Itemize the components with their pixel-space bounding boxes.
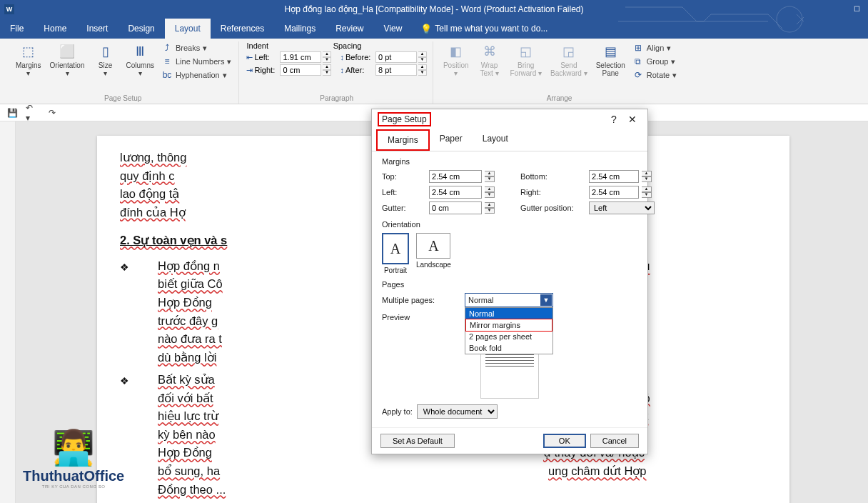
indent-right-spinner[interactable]: ▲▼	[323, 64, 331, 76]
watermark-logo: 👨‍💻 ThuthuatOffice TRI KY CUA DAN CONG S…	[23, 427, 124, 489]
gutter-spinner[interactable]: ▲▼	[485, 202, 498, 214]
spacing-before-spinner[interactable]: ▲▼	[418, 51, 427, 63]
size-icon: ▯	[96, 43, 116, 60]
tab-insert[interactable]: Insert	[76, 19, 118, 39]
multiple-pages-combo[interactable]: Normal▼ Normal Mirror margins 2 pages pe…	[465, 293, 553, 307]
align-button[interactable]: ⊞Align ▾	[631, 41, 678, 54]
send-backward-button[interactable]: ◲SendBackward ▾	[547, 41, 590, 79]
option-mirror-margins[interactable]: Mirror margins	[465, 319, 552, 332]
ribbon-tabs: File Home Insert Design Layout Reference…	[0, 19, 868, 39]
top-spinner[interactable]: ▲▼	[485, 171, 498, 182]
dialog-titlebar[interactable]: Page Setup ? ✕	[372, 109, 647, 129]
indent-left-icon: ⇤	[246, 53, 253, 62]
arrange-label: Arrange	[440, 94, 678, 102]
columns-icon: Ⅲ	[130, 43, 150, 60]
option-book-fold[interactable]: Book fold	[465, 342, 552, 354]
line-numbers-button[interactable]: ≡Line Numbers ▾	[160, 55, 233, 68]
portrait-icon: A	[382, 233, 409, 264]
spacing-before-input[interactable]	[375, 51, 417, 63]
size-button[interactable]: ▯Size▾	[91, 41, 121, 79]
spacing-after-spinner[interactable]: ▲▼	[418, 64, 427, 76]
left-input[interactable]	[429, 186, 482, 199]
breaks-button[interactable]: ⤴Breaks ▾	[160, 41, 233, 54]
indent-right-icon: ⇥	[246, 66, 253, 75]
orientation-section-title: Orientation	[382, 220, 637, 229]
selection-pane-icon: ▤	[600, 43, 620, 60]
multiple-pages-label: Multiple pages:	[382, 296, 460, 304]
page-setup-dialog: Page Setup ? ✕ Margins Paper Layout Marg…	[371, 109, 648, 454]
spacing-before-label: Before:	[345, 53, 374, 61]
cancel-button[interactable]: Cancel	[590, 434, 639, 448]
save-button[interactable]: 💾	[6, 106, 19, 119]
group-arrange: ◧Position▾ ⌘WrapText ▾ ◱BringForward ▾ ◲…	[435, 41, 684, 104]
landscape-option[interactable]: ALandscape	[416, 233, 451, 274]
apply-to-select[interactable]: Whole document	[417, 404, 498, 419]
tab-home[interactable]: Home	[34, 19, 76, 39]
selection-pane-button[interactable]: ▤SelectionPane	[593, 41, 628, 79]
tell-me[interactable]: 💡 Tell me what you want to do...	[412, 24, 547, 34]
position-button[interactable]: ◧Position▾	[440, 41, 472, 79]
spacing-after-input[interactable]	[375, 64, 417, 76]
ribbon: ⬚Margins▾ ⬜Orientation▾ ▯Size▾ ⅢColumns▾…	[0, 39, 868, 104]
bring-forward-button[interactable]: ◱BringForward ▾	[508, 41, 545, 79]
group-paragraph: Indent00000Spacing ⇤ Left: ▲▼ ↕ Before: …	[241, 41, 433, 104]
indent-left-spinner[interactable]: ▲▼	[323, 51, 331, 63]
bottom-spinner[interactable]: ▲▼	[642, 171, 655, 182]
bring-forward-icon: ◱	[516, 43, 536, 60]
tab-design[interactable]: Design	[118, 19, 164, 39]
right-spinner[interactable]: ▲▼	[642, 186, 655, 198]
indent-left-input[interactable]	[280, 51, 321, 63]
landscape-icon: A	[416, 233, 450, 259]
indent-right-input[interactable]	[280, 64, 321, 76]
margins-button[interactable]: ⬚Margins▾	[13, 41, 44, 79]
tab-layout[interactable]: Layout	[165, 19, 211, 39]
redo-button[interactable]: ↷	[46, 106, 59, 119]
set-as-default-button[interactable]: Set As Default	[380, 434, 455, 448]
gutter-pos-select[interactable]: Left	[589, 201, 655, 214]
gutter-label: Gutter:	[382, 204, 426, 212]
logo-subtitle: TRI KY CUA DAN CONG SO	[42, 484, 106, 489]
restore-button[interactable]: ☐	[849, 2, 864, 16]
logo-text: ThuthuatOffice	[23, 468, 124, 484]
tab-dialog-layout[interactable]: Layout	[473, 129, 518, 151]
tab-paper[interactable]: Paper	[430, 129, 473, 151]
top-input[interactable]	[429, 170, 482, 183]
tab-references[interactable]: References	[211, 19, 274, 39]
option-2-pages[interactable]: 2 pages per sheet	[465, 331, 552, 342]
hyphenation-button[interactable]: bcHyphenation ▾	[160, 69, 233, 81]
group-button[interactable]: ⧉Group ▾	[631, 55, 678, 68]
orientation-button[interactable]: ⬜Orientation▾	[47, 41, 88, 79]
wrap-icon: ⌘	[480, 43, 500, 60]
tab-mailings[interactable]: Mailings	[274, 19, 326, 39]
rotate-button[interactable]: ⟳Rotate ▾	[631, 69, 678, 81]
close-button[interactable]: ✕	[623, 114, 642, 125]
dialog-title: Page Setup	[378, 112, 431, 126]
right-label: Right:	[520, 188, 586, 196]
portrait-option[interactable]: APortrait	[382, 233, 409, 274]
bottom-input[interactable]	[589, 170, 639, 183]
undo-button[interactable]: ↶ ▾	[26, 106, 39, 119]
vertical-ruler[interactable]	[0, 121, 16, 503]
group-icon: ⧉	[632, 56, 644, 67]
bulb-icon: 💡	[420, 24, 432, 34]
apply-to-label: Apply to:	[382, 407, 413, 416]
bullet-diamond-icon: ❖	[120, 374, 129, 389]
bottom-label: Bottom:	[520, 172, 586, 181]
wrap-text-button[interactable]: ⌘WrapText ▾	[475, 41, 505, 79]
tab-file[interactable]: File	[0, 19, 34, 39]
tab-review[interactable]: Review	[326, 19, 373, 39]
gutter-input[interactable]	[429, 201, 482, 214]
page-setup-label: Page Setup	[13, 94, 233, 102]
bullet-diamond-icon: ❖	[120, 260, 129, 276]
tab-margins[interactable]: Margins	[376, 129, 430, 151]
help-button[interactable]: ?	[605, 114, 623, 125]
position-icon: ◧	[446, 43, 466, 60]
ok-button[interactable]: OK	[543, 434, 586, 448]
word-icon: W	[4, 4, 14, 14]
tab-view[interactable]: View	[374, 19, 413, 39]
rotate-icon: ⟳	[632, 69, 644, 81]
option-normal[interactable]: Normal	[465, 308, 552, 319]
left-spinner[interactable]: ▲▼	[485, 186, 498, 198]
columns-button[interactable]: ⅢColumns▾	[123, 41, 157, 79]
right-input[interactable]	[589, 186, 639, 199]
